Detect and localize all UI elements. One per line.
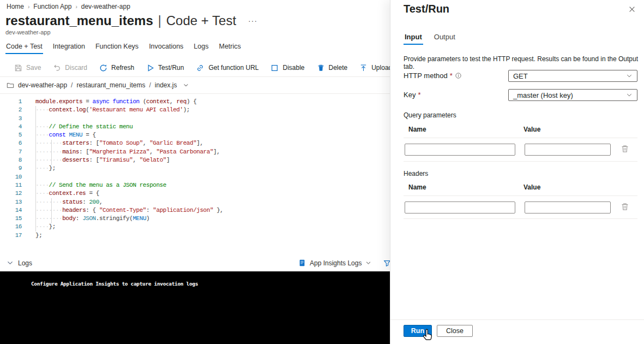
line-number: 14 [0, 206, 22, 215]
play-icon [146, 64, 154, 72]
toolbar-get-function-url-button[interactable]: Get function URL [196, 64, 258, 72]
panel-tab-input[interactable]: Input [404, 33, 423, 45]
code-line: 17}; [0, 232, 390, 240]
toolbar-disable-button[interactable]: Disable [270, 64, 304, 72]
page-title-view: Code + Test [166, 13, 236, 28]
header-name-input[interactable] [405, 201, 515, 213]
code-line: 7········mains: ["Margherita Pizza", "Pa… [0, 148, 390, 156]
breadcrumb-item-home[interactable]: Home [7, 3, 24, 10]
code-line-content: ····context.res = { [35, 189, 99, 198]
panel-tabs: InputOutput [404, 33, 456, 45]
toolbar-upload-button[interactable]: Upload [359, 64, 390, 72]
code-line-content: ········starters: ["Tomato Soup", "Garli… [35, 139, 203, 147]
tab-integration[interactable]: Integration [52, 41, 86, 54]
file-breadcrumb-app[interactable]: dev-weather-app [18, 81, 67, 89]
toolbar-delete-button[interactable]: Delete [317, 64, 348, 72]
code-line-content: ····}; [35, 164, 56, 173]
more-menu-icon[interactable]: ··· [248, 16, 257, 25]
tab-logs[interactable]: Logs [193, 41, 209, 54]
tab-invocations[interactable]: Invocations [148, 41, 184, 54]
tab-metrics[interactable]: Metrics [218, 41, 241, 54]
line-number: 3 [0, 115, 22, 123]
console-message: Configure Application Insights to captur… [31, 281, 198, 287]
toolbar-refresh-button[interactable]: Refresh [99, 64, 134, 72]
divider [404, 138, 637, 138]
code-line-content: ····// Send the menu as a JSON response [35, 181, 166, 189]
file-breadcrumb-separator: / [149, 81, 151, 89]
code-editor[interactable]: 1module.exports = async function (contex… [0, 94, 390, 254]
delete-row-icon[interactable] [621, 202, 629, 211]
document-icon [298, 259, 306, 267]
close-icon[interactable] [628, 5, 636, 13]
toolbar-test-run-button[interactable]: Test/Run [146, 64, 184, 72]
tab-code-test[interactable]: Code + Test [5, 41, 43, 54]
chevron-down-icon[interactable] [365, 260, 371, 266]
chevron-down-icon [7, 259, 14, 266]
query-param-value-input[interactable] [525, 144, 611, 156]
upload-icon [359, 64, 368, 72]
logs-expander[interactable]: Logs [7, 259, 32, 267]
delete-row-icon[interactable] [621, 144, 629, 153]
line-number: 7 [0, 148, 22, 156]
title-separator: | [158, 14, 161, 28]
breadcrumb-item-function-app[interactable]: Function App [33, 3, 71, 10]
header-value-input[interactable] [525, 201, 611, 213]
query-param-name-input[interactable] [405, 144, 515, 156]
file-breadcrumb-function[interactable]: restaurant_menu_items [76, 81, 145, 89]
link-icon [196, 64, 204, 72]
http-method-select[interactable]: GET [508, 70, 637, 82]
panel-title: Test/Run [404, 3, 449, 15]
app-insights-logs-dropdown[interactable]: App Insights Logs [310, 259, 362, 267]
line-number: 9 [0, 164, 22, 173]
line-number: 10 [0, 173, 22, 181]
code-line: 2····context.log('Restaurant menu API ca… [0, 106, 390, 114]
save-icon [14, 64, 22, 72]
code-line-content: ········headers: { "Content-Type": "appl… [35, 206, 224, 215]
line-number: 5 [0, 131, 22, 139]
headers-name-header: Name [408, 183, 426, 191]
divider [404, 161, 637, 162]
tab-function-keys[interactable]: Function Keys [95, 41, 139, 54]
file-breadcrumb-file[interactable]: index.js [155, 81, 177, 89]
toolbar-label: Test/Run [158, 64, 184, 72]
code-line: 10 [0, 173, 390, 181]
line-number: 15 [0, 215, 22, 223]
toolbar-label: Discard [65, 64, 87, 72]
code-line: 12····context.res = { [0, 189, 390, 198]
key-select[interactable]: _master (Host key) [508, 89, 637, 101]
line-number: 8 [0, 156, 22, 164]
close-button[interactable]: Close [437, 325, 473, 337]
code-line: 14········headers: { "Content-Type": "ap… [0, 206, 390, 215]
info-icon[interactable] [455, 72, 462, 79]
page-title: restaurant_menu_items [5, 13, 153, 28]
filter-icon [383, 259, 390, 267]
toolbar-discard-button[interactable]: Discard [53, 64, 87, 72]
toolbar-label: Get function URL [208, 64, 258, 72]
panel-description: Provide parameters to test the HTTP requ… [404, 55, 639, 70]
code-line-content: ····context.log('Restaurant menu API cal… [35, 106, 190, 114]
line-number: 17 [0, 232, 22, 240]
folder-icon [7, 81, 14, 89]
code-line-content: ····// Define the static menu [35, 123, 133, 131]
code-line-content: ····const MENU = { [35, 131, 96, 139]
code-line-content: ········desserts: ["Tiramisu", "Gelato"] [35, 156, 170, 164]
line-number: 11 [0, 181, 22, 189]
chevron-down-icon [626, 73, 633, 79]
chevron-down-icon[interactable] [183, 82, 189, 88]
chevron-down-icon [626, 92, 633, 98]
code-line-content: ········mains: ["Margherita Pizza", "Pas… [35, 148, 220, 156]
headers-value-header: Value [523, 183, 540, 191]
breadcrumb-item-dev-weather-app[interactable]: dev-weather-app [81, 3, 130, 10]
code-line: 16····}; [0, 223, 390, 231]
toolbar-label: Disable [282, 64, 304, 72]
code-lines: 1module.exports = async function (contex… [0, 98, 390, 240]
logs-toolbar: Logs App Insights Logs Log [0, 254, 390, 271]
query-name-header: Name [408, 126, 426, 133]
run-button[interactable]: Run [404, 325, 432, 337]
line-number: 1 [0, 98, 22, 106]
code-line-content: ········status: 200, [35, 198, 103, 206]
code-line: 13········status: 200, [0, 198, 390, 206]
panel-tab-output[interactable]: Output [433, 33, 456, 45]
code-line-content: }; [35, 232, 42, 240]
toolbar-save-button[interactable]: Save [14, 64, 41, 72]
